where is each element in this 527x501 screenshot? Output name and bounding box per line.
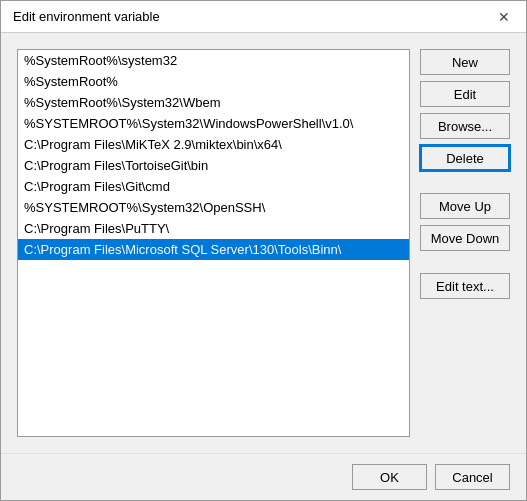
move-down-button[interactable]: Move Down xyxy=(420,225,510,251)
list-item[interactable]: %SystemRoot%\system32 xyxy=(18,50,409,71)
list-item[interactable]: C:\Program Files\PuTTY\ xyxy=(18,218,409,239)
list-item[interactable]: %SYSTEMROOT%\System32\WindowsPowerShell\… xyxy=(18,113,409,134)
edit-env-variable-dialog: Edit environment variable ✕ %SystemRoot%… xyxy=(0,0,527,501)
env-variable-list[interactable]: %SystemRoot%\system32%SystemRoot%%System… xyxy=(17,49,410,437)
edit-text-button[interactable]: Edit text... xyxy=(420,273,510,299)
list-item[interactable]: C:\Program Files\TortoiseGit\bin xyxy=(18,155,409,176)
close-button[interactable]: ✕ xyxy=(494,7,514,27)
delete-button[interactable]: Delete xyxy=(420,145,510,171)
ok-button[interactable]: OK xyxy=(352,464,427,490)
title-bar: Edit environment variable ✕ xyxy=(1,1,526,33)
edit-button[interactable]: Edit xyxy=(420,81,510,107)
list-item[interactable]: C:\Program Files\Microsoft SQL Server\13… xyxy=(18,239,409,260)
list-item[interactable]: C:\Program Files\MiKTeX 2.9\miktex\bin\x… xyxy=(18,134,409,155)
list-item[interactable]: %SystemRoot%\System32\Wbem xyxy=(18,92,409,113)
list-item[interactable]: %SYSTEMROOT%\System32\OpenSSH\ xyxy=(18,197,409,218)
dialog-title: Edit environment variable xyxy=(13,9,160,24)
new-button[interactable]: New xyxy=(420,49,510,75)
dialog-footer: OK Cancel xyxy=(1,453,526,500)
button-panel: New Edit Browse... Delete Move Up Move D… xyxy=(420,49,510,437)
cancel-button[interactable]: Cancel xyxy=(435,464,510,490)
move-up-button[interactable]: Move Up xyxy=(420,193,510,219)
browse-button[interactable]: Browse... xyxy=(420,113,510,139)
dialog-body: %SystemRoot%\system32%SystemRoot%%System… xyxy=(1,33,526,453)
list-item[interactable]: %SystemRoot% xyxy=(18,71,409,92)
list-item[interactable]: C:\Program Files\Git\cmd xyxy=(18,176,409,197)
